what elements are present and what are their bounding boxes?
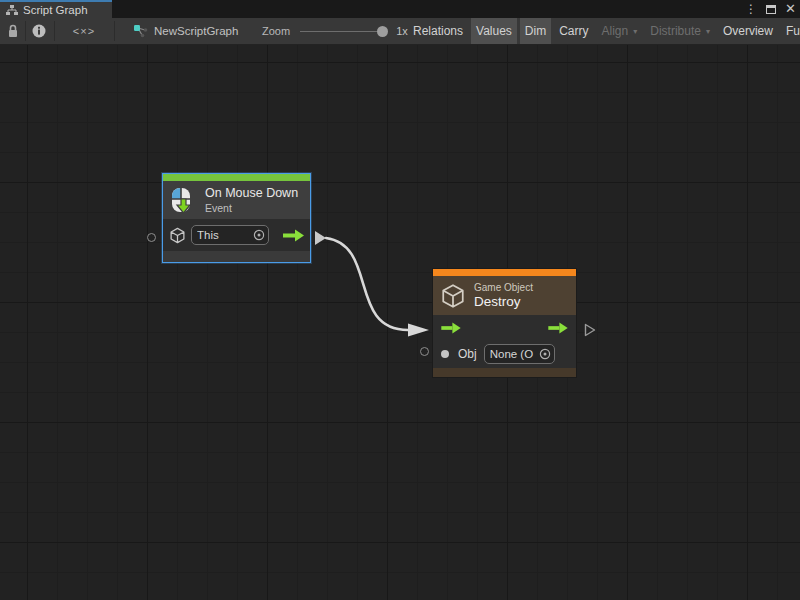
maximize-icon[interactable] (766, 5, 776, 14)
zoom-label: Zoom (262, 25, 290, 37)
align-dropdown[interactable]: Align ▾ (597, 18, 643, 44)
graph-name-label: NewScriptGraph (154, 25, 238, 37)
mouse-down-icon (169, 187, 197, 214)
control-output-port-icon[interactable] (283, 229, 304, 242)
node-category: Game Object (474, 282, 533, 293)
control-output-port[interactable] (584, 323, 596, 337)
control-output-port-icon[interactable] (548, 322, 568, 334)
overview-button[interactable]: Overview (718, 18, 778, 44)
object-picker-icon[interactable] (539, 348, 551, 360)
control-input-port-icon[interactable] (441, 322, 461, 334)
lock-icon (7, 24, 19, 38)
script-graph-asset-icon (133, 24, 148, 38)
node-accent-bar (163, 174, 310, 181)
node-title: Destroy (474, 294, 533, 309)
info-icon (32, 24, 46, 38)
node-on-mouse-down[interactable]: On Mouse Down Event This (162, 173, 311, 263)
info-button[interactable] (26, 18, 52, 44)
game-object-cube-icon (440, 283, 466, 309)
zoom-value: 1x (396, 25, 408, 37)
param-label: Obj (458, 347, 477, 361)
close-icon[interactable]: ✕ (785, 0, 796, 18)
values-button[interactable]: Values (471, 18, 517, 44)
relations-button[interactable]: Relations (408, 18, 468, 44)
value-input-port[interactable] (420, 347, 429, 356)
lock-button[interactable] (2, 18, 24, 44)
zoom-slider-handle[interactable] (377, 26, 388, 37)
fullscreen-button[interactable]: Full Screen (781, 18, 800, 44)
graph-toolbar: <×> NewScriptGraph Zoom 1x Relations Val… (0, 18, 800, 45)
game-object-cube-icon (169, 227, 186, 244)
connected-output-port[interactable] (315, 231, 326, 245)
tab-script-graph[interactable]: Script Graph (0, 0, 112, 18)
node-accent-bar (433, 269, 576, 276)
node-destroy[interactable]: Game Object Destroy Obj (432, 268, 577, 378)
chevron-down-icon: ▾ (633, 27, 637, 36)
graph-canvas[interactable]: On Mouse Down Event This (0, 45, 800, 600)
tab-title: Script Graph (23, 4, 88, 16)
value-input-port[interactable] (147, 233, 156, 242)
distribute-dropdown[interactable]: Distribute ▾ (645, 18, 715, 44)
node-subtitle: Event (205, 202, 298, 214)
value-port-dot[interactable] (441, 350, 449, 358)
object-picker-icon[interactable] (253, 229, 265, 241)
target-input-field[interactable]: This (191, 225, 269, 245)
carry-button[interactable]: Carry (554, 18, 593, 44)
node-title: On Mouse Down (205, 186, 298, 200)
code-preview-button[interactable]: <×> (56, 18, 112, 44)
tab-bar: Script Graph ⋮ ✕ (0, 0, 800, 18)
graph-asset-button[interactable]: NewScriptGraph (133, 18, 238, 44)
graph-tab-icon (6, 5, 18, 16)
script-graph-window: Script Graph ⋮ ✕ <×> (0, 0, 800, 600)
obj-input-field[interactable]: None (O (484, 344, 555, 364)
connection-wire[interactable] (0, 45, 800, 600)
window-menu-icon[interactable]: ⋮ (745, 0, 757, 18)
chevron-down-icon: ▾ (706, 27, 710, 36)
dim-button[interactable]: Dim (520, 18, 551, 44)
zoom-slider[interactable] (300, 31, 386, 32)
